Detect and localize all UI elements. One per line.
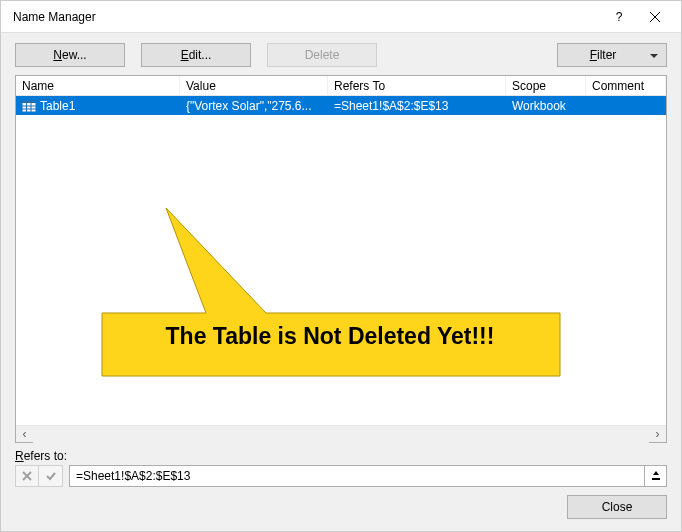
horizontal-scrollbar[interactable]: ‹ › xyxy=(16,425,666,442)
filter-button[interactable]: Filter xyxy=(557,43,667,67)
name-manager-dialog: Name Manager ? New... Edit... Delete Fil… xyxy=(0,0,682,532)
names-list: Name Value Refers To Scope Comment Table xyxy=(15,75,667,443)
commit-edit-button xyxy=(39,465,63,487)
col-scope[interactable]: Scope xyxy=(506,76,586,95)
svg-rect-3 xyxy=(22,100,36,103)
row-refersto: =Sheet1!$A$2:$E$13 xyxy=(328,97,506,115)
dialog-title: Name Manager xyxy=(9,10,601,24)
col-comment[interactable]: Comment xyxy=(586,76,666,95)
delete-button: Delete xyxy=(267,43,377,67)
table-row[interactable]: Table1 {"Vortex Solar","275.6... =Sheet1… xyxy=(16,96,666,115)
callout-text: The Table is Not Deleted Yet!!! xyxy=(114,323,546,350)
refers-to-label: Refers to: xyxy=(1,443,681,465)
close-icon xyxy=(650,12,660,22)
new-button[interactable]: New... xyxy=(15,43,125,67)
rows-container: Table1 {"Vortex Solar","275.6... =Sheet1… xyxy=(16,96,666,425)
row-value: {"Vortex Solar","275.6... xyxy=(180,97,328,115)
col-value[interactable]: Value xyxy=(180,76,328,95)
titlebar: Name Manager ? xyxy=(1,1,681,33)
col-name[interactable]: Name xyxy=(16,76,180,95)
row-scope: Workbook xyxy=(506,97,586,115)
scroll-left-icon[interactable]: ‹ xyxy=(16,426,33,443)
row-name: Table1 xyxy=(40,99,75,113)
collapse-icon xyxy=(650,470,662,482)
cancel-edit-button xyxy=(15,465,39,487)
col-refersto[interactable]: Refers To xyxy=(328,76,506,95)
check-icon xyxy=(45,470,57,482)
help-button[interactable]: ? xyxy=(601,1,637,33)
svg-rect-10 xyxy=(652,478,660,480)
callout-annotation: The Table is Not Deleted Yet!!! xyxy=(96,208,566,383)
close-window-button[interactable] xyxy=(637,1,673,33)
row-comment xyxy=(586,104,666,108)
refers-to-input[interactable] xyxy=(69,465,645,487)
refers-to-editor xyxy=(1,465,681,495)
x-icon xyxy=(21,470,33,482)
column-headers: Name Value Refers To Scope Comment xyxy=(16,76,666,96)
toolbar: New... Edit... Delete Filter xyxy=(1,33,681,75)
edit-button[interactable]: Edit... xyxy=(141,43,251,67)
table-icon xyxy=(22,100,36,112)
close-button[interactable]: Close xyxy=(567,495,667,519)
collapse-dialog-button[interactable] xyxy=(645,465,667,487)
footer: Close xyxy=(1,495,681,531)
scroll-right-icon[interactable]: › xyxy=(649,426,666,443)
